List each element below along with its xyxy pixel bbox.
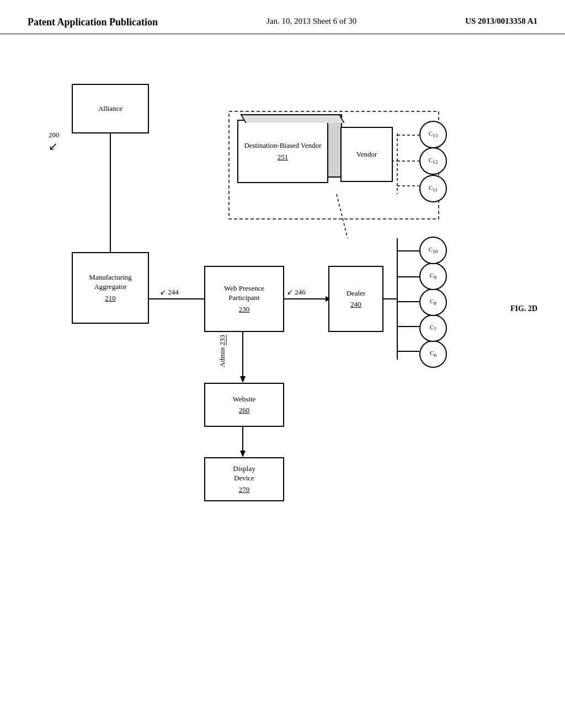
- arrow-244-label: ↙ 244: [160, 288, 179, 297]
- alliance-top-box: Alliance: [72, 84, 149, 133]
- ref-200: 200 ↙: [49, 131, 60, 153]
- publication-title: Patent Application Publication: [28, 17, 158, 28]
- circle-c13: C13: [419, 121, 447, 148]
- circle-c7: C7: [419, 314, 447, 342]
- svg-marker-10: [240, 451, 246, 457]
- circle-c9: C9: [419, 263, 447, 290]
- arrow-246-label: ↙ 246: [287, 288, 306, 297]
- page-header: Patent Application Publication Jan. 10, …: [0, 0, 565, 34]
- fig-label: FIG. 2D: [510, 304, 537, 313]
- display-device-box: DisplayDevice 270: [204, 457, 284, 501]
- diagram-area: 200 ↙ Alliance ManufacturingAggregator 2…: [0, 34, 565, 696]
- circle-c12: C12: [419, 147, 447, 175]
- publication-number: US 2013/0013358 A1: [465, 17, 537, 26]
- circle-c11: C11: [419, 175, 447, 202]
- mfg-aggregator-box: ManufacturingAggregator 210: [72, 252, 149, 324]
- dealer-box: Dealer 240: [328, 266, 383, 332]
- dest-vendor-box: Destination-Biased Vendor 251: [237, 120, 328, 183]
- vendor-box: Vendor: [340, 127, 393, 182]
- dest-vendor-top: [240, 114, 344, 123]
- admin-label: Admin 233: [218, 335, 227, 367]
- svg-marker-7: [240, 376, 246, 383]
- website-box: Website 260: [204, 383, 284, 427]
- svg-line-24: [337, 194, 348, 238]
- circle-c8: C8: [419, 288, 447, 316]
- circle-c10: C10: [419, 237, 447, 264]
- publication-date-sheet: Jan. 10, 2013 Sheet 6 of 30: [266, 17, 356, 26]
- web-presence-box: Web PresenceParticipant 230: [204, 266, 284, 332]
- circle-c6: C6: [419, 340, 447, 368]
